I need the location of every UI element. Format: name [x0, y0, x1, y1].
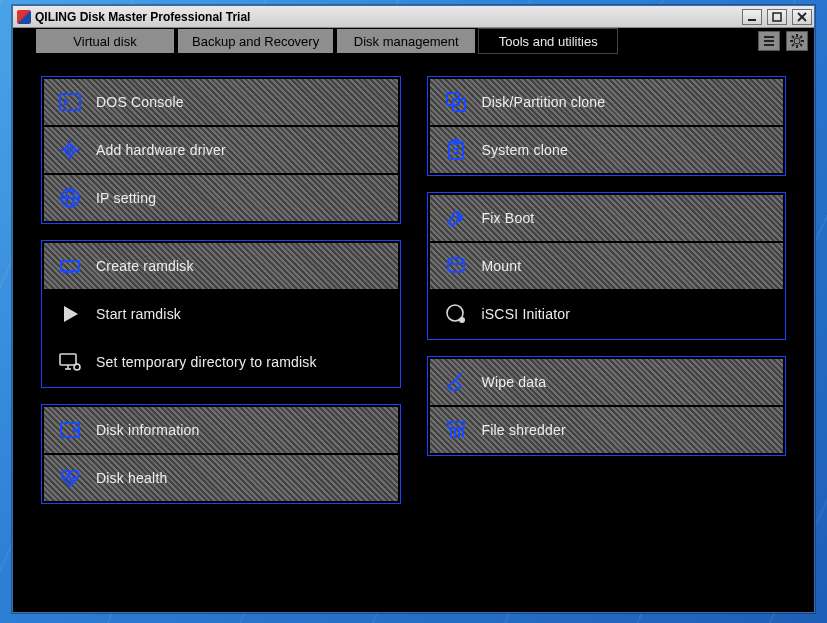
svg-marker-31	[64, 306, 78, 322]
system-clone-button[interactable]: System clone	[430, 127, 784, 173]
tab-bar: Virtual disk Backup and Recovery Disk ma…	[13, 28, 814, 54]
svg-point-46	[459, 317, 465, 323]
svg-rect-1	[773, 13, 781, 21]
globe-icon	[58, 186, 82, 210]
item-label: IP setting	[96, 190, 156, 206]
svg-point-17	[65, 145, 75, 155]
svg-rect-32	[60, 354, 76, 365]
item-label: Disk health	[96, 470, 167, 486]
create-ramdisk-button[interactable]: Create ramdisk	[44, 243, 398, 289]
ip-setting-button[interactable]: IP setting	[44, 175, 398, 221]
clipboard-icon	[444, 138, 468, 162]
group-disk-health: Disk information Disk health	[41, 404, 401, 504]
svg-point-18	[68, 148, 72, 152]
eraser-icon	[444, 370, 468, 394]
mount-button[interactable]: Mount	[430, 243, 784, 289]
item-label: Add hardware driver	[96, 142, 226, 158]
monitor-gear-icon	[58, 350, 82, 374]
item-label: File shredder	[482, 422, 566, 438]
file-shredder-button[interactable]: File shredder	[430, 407, 784, 453]
group-system-tools: DOS Console Add hardware driver IP setti…	[41, 76, 401, 224]
wrench-icon	[444, 206, 468, 230]
play-icon	[58, 302, 82, 326]
ram-icon	[58, 254, 82, 278]
settings-gear-icon[interactable]	[786, 31, 808, 51]
app-window: QILING Disk Master Professional Trial Vi…	[12, 5, 815, 613]
svg-line-15	[792, 44, 794, 46]
svg-point-44	[448, 258, 464, 264]
svg-line-47	[456, 373, 462, 379]
list-view-icon[interactable]	[758, 31, 780, 51]
heartbeat-icon	[58, 466, 82, 490]
mount-disk-icon	[444, 254, 468, 278]
clone-icon	[444, 90, 468, 114]
tab-disk-management[interactable]: Disk management	[336, 28, 476, 54]
disk-health-button[interactable]: Disk health	[44, 455, 398, 501]
item-label: Mount	[482, 258, 522, 274]
svg-rect-48	[448, 422, 464, 428]
disk-partition-clone-button[interactable]: Disk/Partition clone	[430, 79, 784, 125]
fix-boot-button[interactable]: Fix Boot	[430, 195, 784, 241]
wipe-data-button[interactable]: Wipe data	[430, 359, 784, 405]
svg-point-7	[794, 38, 800, 44]
item-label: Disk/Partition clone	[482, 94, 606, 110]
add-hardware-driver-button[interactable]: Add hardware driver	[44, 127, 398, 173]
group-erase: Wipe data File shredder	[427, 356, 787, 456]
group-ramdisk: Create ramdisk Start ramdisk Set tempora…	[41, 240, 401, 388]
start-ramdisk-button[interactable]: Start ramdisk	[44, 291, 398, 337]
item-label: Fix Boot	[482, 210, 535, 226]
dos-console-button[interactable]: DOS Console	[44, 79, 398, 125]
maximize-button[interactable]	[767, 9, 787, 25]
titlebar: QILING Disk Master Professional Trial	[13, 6, 814, 28]
group-boot-mount: Fix Boot Mount iSCSI Initiator	[427, 192, 787, 340]
item-label: DOS Console	[96, 94, 184, 110]
left-column: DOS Console Add hardware driver IP setti…	[41, 76, 401, 504]
disk-information-button[interactable]: Disk information	[44, 407, 398, 453]
item-label: System clone	[482, 142, 568, 158]
window-title: QILING Disk Master Professional Trial	[35, 10, 250, 24]
item-label: Start ramdisk	[96, 306, 181, 322]
svg-line-12	[792, 36, 794, 38]
svg-point-37	[74, 429, 77, 432]
tab-virtual-disk[interactable]: Virtual disk	[35, 28, 175, 54]
minimize-button[interactable]	[742, 9, 762, 25]
app-icon	[17, 10, 31, 24]
close-button[interactable]	[792, 9, 812, 25]
svg-rect-16	[60, 94, 80, 110]
svg-rect-26	[61, 261, 79, 271]
tab-backup-recovery[interactable]: Backup and Recovery	[177, 28, 334, 54]
content-area: DOS Console Add hardware driver IP setti…	[13, 54, 814, 612]
item-label: Disk information	[96, 422, 200, 438]
shredder-icon	[444, 418, 468, 442]
driver-gear-icon	[58, 138, 82, 162]
iscsi-initiator-button[interactable]: iSCSI Initiator	[430, 291, 784, 337]
terminal-icon	[58, 90, 82, 114]
item-label: Set temporary directory to ramdisk	[96, 354, 317, 370]
set-temp-dir-button[interactable]: Set temporary directory to ramdisk	[44, 339, 398, 385]
right-column: Disk/Partition clone System clone Fix Bo…	[427, 76, 787, 456]
svg-point-35	[74, 364, 80, 370]
item-label: iSCSI Initiator	[482, 306, 571, 322]
disk-info-icon	[58, 418, 82, 442]
svg-line-14	[800, 36, 802, 38]
svg-line-13	[800, 44, 802, 46]
tab-tools-utilities[interactable]: Tools and utilities	[478, 28, 618, 54]
storage-icon	[444, 302, 468, 326]
group-clone: Disk/Partition clone System clone	[427, 76, 787, 176]
item-label: Create ramdisk	[96, 258, 194, 274]
item-label: Wipe data	[482, 374, 547, 390]
